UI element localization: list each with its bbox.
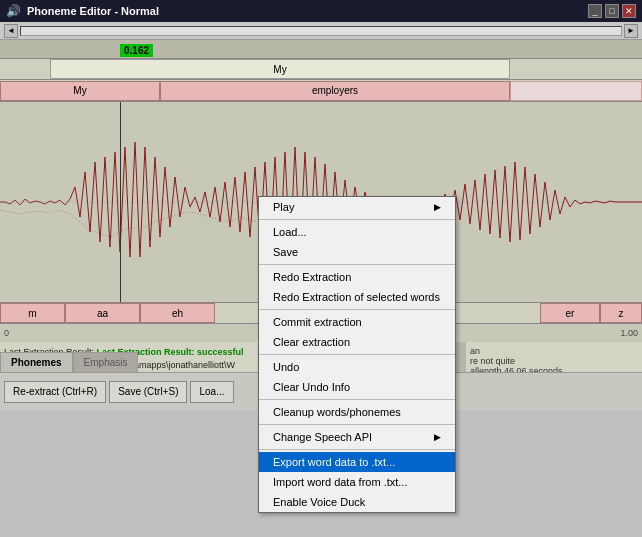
word-timeline: My: [0, 58, 642, 80]
menu-clear-undo[interactable]: Clear Undo Info: [259, 377, 455, 397]
status-right-line1: an: [470, 346, 638, 356]
context-menu: Play ▶ Load... Save Redo Extraction Redo…: [258, 196, 456, 513]
scrollbar-area: ◄ ►: [0, 22, 642, 40]
tab-phonemes[interactable]: Phonemes: [0, 352, 73, 372]
timeline-end: 1.00: [620, 328, 638, 338]
tab-emphasis[interactable]: Emphasis: [73, 352, 139, 372]
phoneme-cell-employers[interactable]: employers: [160, 81, 510, 101]
scroll-track[interactable]: [20, 26, 622, 36]
menu-play-arrow: ▶: [434, 202, 441, 212]
menu-undo[interactable]: Undo: [259, 357, 455, 377]
menu-sep1: [259, 219, 455, 220]
scroll-left-button[interactable]: ◄: [4, 24, 18, 38]
title-bar: 🔊 Phoneme Editor - Normal _ □ ✕: [0, 0, 642, 22]
bottom-phoneme-m[interactable]: m: [0, 303, 65, 323]
menu-load-label: Load...: [273, 226, 307, 238]
menu-undo-label: Undo: [273, 361, 299, 373]
menu-clear-undo-label: Clear Undo Info: [273, 381, 350, 393]
menu-play-label: Play: [273, 201, 294, 213]
close-button[interactable]: ✕: [622, 4, 636, 18]
menu-cleanup[interactable]: Cleanup words/phonemes: [259, 402, 455, 422]
phoneme-cell-my[interactable]: My: [0, 81, 160, 101]
menu-sep2: [259, 264, 455, 265]
tabs: Phonemes Emphasis: [0, 352, 138, 372]
menu-import-label: Import word data from .txt...: [273, 476, 408, 488]
maximize-button[interactable]: □: [605, 4, 619, 18]
menu-change-api-label: Change Speech API: [273, 431, 372, 443]
phoneme-cell-end[interactable]: [510, 81, 642, 101]
bottom-phoneme-z[interactable]: z: [600, 303, 642, 323]
reextract-button[interactable]: Re-extract (Ctrl+R): [4, 381, 106, 403]
menu-redo-extraction[interactable]: Redo Extraction: [259, 267, 455, 287]
menu-voice-duck[interactable]: Enable Voice Duck: [259, 492, 455, 512]
scroll-right-button[interactable]: ►: [624, 24, 638, 38]
window-title: Phoneme Editor - Normal: [27, 5, 159, 17]
menu-change-api-arrow: ▶: [434, 432, 441, 442]
menu-save[interactable]: Save: [259, 242, 455, 262]
menu-redo-extraction-selected-label: Redo Extraction of selected words: [273, 291, 440, 303]
load-button[interactable]: Loa...: [190, 381, 233, 403]
menu-clear-extraction-label: Clear extraction: [273, 336, 350, 348]
menu-redo-extraction-label: Redo Extraction: [273, 271, 351, 283]
menu-sep7: [259, 449, 455, 450]
menu-voice-duck-label: Enable Voice Duck: [273, 496, 365, 508]
timeline-start: 0: [4, 328, 9, 338]
menu-import[interactable]: Import word data from .txt...: [259, 472, 455, 492]
menu-save-label: Save: [273, 246, 298, 258]
menu-sep4: [259, 354, 455, 355]
menu-commit[interactable]: Commit extraction: [259, 312, 455, 332]
bottom-phoneme-aa[interactable]: aa: [65, 303, 140, 323]
menu-change-api[interactable]: Change Speech API ▶: [259, 427, 455, 447]
menu-play[interactable]: Play ▶: [259, 197, 455, 217]
position-indicator: 0.162: [120, 44, 153, 57]
menu-sep6: [259, 424, 455, 425]
word-cell-my[interactable]: My: [50, 59, 510, 79]
menu-export[interactable]: Export word data to .txt...: [259, 452, 455, 472]
menu-commit-label: Commit extraction: [273, 316, 362, 328]
phoneme-timeline: My employers: [0, 80, 642, 102]
menu-clear-extraction[interactable]: Clear extraction: [259, 332, 455, 352]
cursor-line: [120, 102, 121, 302]
save-button[interactable]: Save (Ctrl+S): [109, 381, 187, 403]
minimize-button[interactable]: _: [588, 4, 602, 18]
bottom-phoneme-er[interactable]: er: [540, 303, 600, 323]
title-icon: 🔊: [6, 4, 21, 18]
bottom-phoneme-eh[interactable]: eh: [140, 303, 215, 323]
menu-redo-extraction-selected[interactable]: Redo Extraction of selected words: [259, 287, 455, 307]
menu-load[interactable]: Load...: [259, 222, 455, 242]
status-right-line2: re not quite: [470, 356, 638, 366]
menu-sep3: [259, 309, 455, 310]
menu-cleanup-label: Cleanup words/phonemes: [273, 406, 401, 418]
menu-export-label: Export word data to .txt...: [273, 456, 395, 468]
menu-sep5: [259, 399, 455, 400]
